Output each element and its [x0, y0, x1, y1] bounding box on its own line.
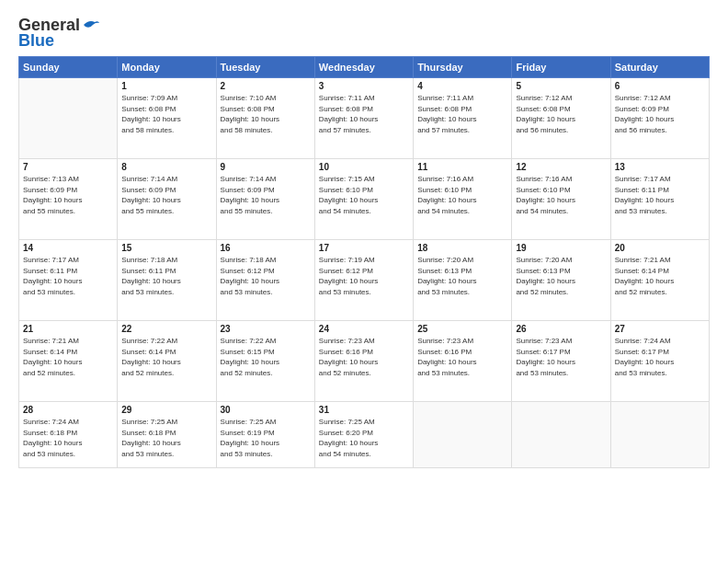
- calendar-cell: 3Sunrise: 7:11 AMSunset: 6:08 PMDaylight…: [314, 78, 413, 159]
- day-info: Sunrise: 7:21 AMSunset: 6:14 PMDaylight:…: [615, 255, 705, 297]
- calendar-cell: 5Sunrise: 7:12 AMSunset: 6:08 PMDaylight…: [512, 78, 610, 159]
- day-number: 28: [23, 405, 113, 415]
- day-info: Sunrise: 7:25 AMSunset: 6:18 PMDaylight:…: [121, 417, 211, 459]
- day-info: Sunrise: 7:14 AMSunset: 6:09 PMDaylight:…: [221, 174, 311, 216]
- day-info: Sunrise: 7:10 AMSunset: 6:08 PMDaylight:…: [221, 93, 311, 135]
- calendar-header-thursday: Thursday: [414, 57, 512, 78]
- day-info: Sunrise: 7:11 AMSunset: 6:08 PMDaylight:…: [417, 93, 507, 135]
- calendar-cell: 2Sunrise: 7:10 AMSunset: 6:08 PMDaylight…: [216, 78, 314, 159]
- calendar-cell: 10Sunrise: 7:15 AMSunset: 6:10 PMDayligh…: [314, 159, 413, 240]
- calendar-week-row: 21Sunrise: 7:21 AMSunset: 6:14 PMDayligh…: [19, 321, 710, 402]
- calendar-cell: 7Sunrise: 7:13 AMSunset: 6:09 PMDaylight…: [19, 159, 118, 240]
- day-number: 19: [516, 243, 606, 253]
- day-info: Sunrise: 7:24 AMSunset: 6:17 PMDaylight:…: [615, 336, 705, 378]
- calendar-cell: 6Sunrise: 7:12 AMSunset: 6:09 PMDaylight…: [610, 78, 709, 159]
- calendar-header-monday: Monday: [118, 57, 216, 78]
- calendar-cell: 28Sunrise: 7:24 AMSunset: 6:18 PMDayligh…: [19, 402, 118, 468]
- calendar-cell: 13Sunrise: 7:17 AMSunset: 6:11 PMDayligh…: [610, 159, 709, 240]
- day-number: 14: [23, 243, 113, 253]
- day-number: 10: [319, 162, 409, 172]
- calendar-cell: 21Sunrise: 7:21 AMSunset: 6:14 PMDayligh…: [19, 321, 118, 402]
- day-info: Sunrise: 7:18 AMSunset: 6:12 PMDaylight:…: [221, 255, 311, 297]
- day-info: Sunrise: 7:13 AMSunset: 6:09 PMDaylight:…: [23, 174, 113, 216]
- day-number: 4: [417, 81, 507, 91]
- day-info: Sunrise: 7:24 AMSunset: 6:18 PMDaylight:…: [23, 417, 113, 459]
- calendar-header-wednesday: Wednesday: [314, 57, 413, 78]
- calendar-cell: [610, 402, 709, 468]
- calendar-cell: 27Sunrise: 7:24 AMSunset: 6:17 PMDayligh…: [610, 321, 709, 402]
- calendar-cell: 25Sunrise: 7:23 AMSunset: 6:16 PMDayligh…: [414, 321, 512, 402]
- day-number: 1: [121, 81, 211, 91]
- calendar-header-row: SundayMondayTuesdayWednesdayThursdayFrid…: [19, 57, 710, 78]
- day-info: Sunrise: 7:19 AMSunset: 6:12 PMDaylight:…: [319, 255, 409, 297]
- day-number: 11: [417, 162, 507, 172]
- calendar-cell: 17Sunrise: 7:19 AMSunset: 6:12 PMDayligh…: [314, 240, 413, 321]
- day-info: Sunrise: 7:16 AMSunset: 6:10 PMDaylight:…: [516, 174, 606, 216]
- day-number: 27: [615, 324, 705, 334]
- calendar-cell: 20Sunrise: 7:21 AMSunset: 6:14 PMDayligh…: [610, 240, 709, 321]
- day-number: 17: [319, 243, 409, 253]
- calendar-table: SundayMondayTuesdayWednesdayThursdayFrid…: [18, 56, 710, 468]
- day-info: Sunrise: 7:14 AMSunset: 6:09 PMDaylight:…: [121, 174, 211, 216]
- day-number: 15: [121, 243, 211, 253]
- day-info: Sunrise: 7:21 AMSunset: 6:14 PMDaylight:…: [23, 336, 113, 378]
- logo-bird-icon: [82, 17, 100, 32]
- calendar-week-row: 1Sunrise: 7:09 AMSunset: 6:08 PMDaylight…: [19, 78, 710, 159]
- day-info: Sunrise: 7:23 AMSunset: 6:16 PMDaylight:…: [417, 336, 507, 378]
- day-number: 22: [121, 324, 211, 334]
- calendar-cell: 19Sunrise: 7:20 AMSunset: 6:13 PMDayligh…: [512, 240, 610, 321]
- day-number: 23: [221, 324, 311, 334]
- calendar-cell: 12Sunrise: 7:16 AMSunset: 6:10 PMDayligh…: [512, 159, 610, 240]
- day-number: 25: [417, 324, 507, 334]
- calendar-cell: 24Sunrise: 7:23 AMSunset: 6:16 PMDayligh…: [314, 321, 413, 402]
- header: General Blue: [18, 17, 710, 51]
- calendar-cell: 31Sunrise: 7:25 AMSunset: 6:20 PMDayligh…: [314, 402, 413, 468]
- calendar-cell: 29Sunrise: 7:25 AMSunset: 6:18 PMDayligh…: [118, 402, 216, 468]
- day-info: Sunrise: 7:20 AMSunset: 6:13 PMDaylight:…: [516, 255, 606, 297]
- day-number: 30: [221, 405, 311, 415]
- day-info: Sunrise: 7:17 AMSunset: 6:11 PMDaylight:…: [23, 255, 113, 297]
- day-info: Sunrise: 7:09 AMSunset: 6:08 PMDaylight:…: [121, 93, 211, 135]
- calendar-cell: 30Sunrise: 7:25 AMSunset: 6:19 PMDayligh…: [216, 402, 314, 468]
- day-number: 21: [23, 324, 113, 334]
- day-info: Sunrise: 7:23 AMSunset: 6:16 PMDaylight:…: [319, 336, 409, 378]
- calendar-header-saturday: Saturday: [610, 57, 709, 78]
- day-info: Sunrise: 7:22 AMSunset: 6:14 PMDaylight:…: [121, 336, 211, 378]
- logo-blue-text: Blue: [18, 31, 54, 51]
- day-number: 31: [319, 405, 409, 415]
- day-number: 26: [516, 324, 606, 334]
- calendar-cell: 1Sunrise: 7:09 AMSunset: 6:08 PMDaylight…: [118, 78, 216, 159]
- calendar-cell: 4Sunrise: 7:11 AMSunset: 6:08 PMDaylight…: [414, 78, 512, 159]
- day-number: 7: [23, 162, 113, 172]
- day-number: 13: [615, 162, 705, 172]
- day-number: 24: [319, 324, 409, 334]
- calendar-header-tuesday: Tuesday: [216, 57, 314, 78]
- day-number: 2: [221, 81, 311, 91]
- day-number: 20: [615, 243, 705, 253]
- calendar-week-row: 7Sunrise: 7:13 AMSunset: 6:09 PMDaylight…: [19, 159, 710, 240]
- day-info: Sunrise: 7:11 AMSunset: 6:08 PMDaylight:…: [319, 93, 409, 135]
- calendar-cell: 22Sunrise: 7:22 AMSunset: 6:14 PMDayligh…: [118, 321, 216, 402]
- calendar-cell: 11Sunrise: 7:16 AMSunset: 6:10 PMDayligh…: [414, 159, 512, 240]
- day-info: Sunrise: 7:20 AMSunset: 6:13 PMDaylight:…: [417, 255, 507, 297]
- day-number: 5: [516, 81, 606, 91]
- day-info: Sunrise: 7:17 AMSunset: 6:11 PMDaylight:…: [615, 174, 705, 216]
- calendar-cell: [19, 78, 118, 159]
- calendar-cell: 26Sunrise: 7:23 AMSunset: 6:17 PMDayligh…: [512, 321, 610, 402]
- calendar-cell: 16Sunrise: 7:18 AMSunset: 6:12 PMDayligh…: [216, 240, 314, 321]
- calendar-cell: 15Sunrise: 7:18 AMSunset: 6:11 PMDayligh…: [118, 240, 216, 321]
- day-info: Sunrise: 7:15 AMSunset: 6:10 PMDaylight:…: [319, 174, 409, 216]
- day-info: Sunrise: 7:18 AMSunset: 6:11 PMDaylight:…: [121, 255, 211, 297]
- calendar-cell: [414, 402, 512, 468]
- day-number: 18: [417, 243, 507, 253]
- calendar-cell: 14Sunrise: 7:17 AMSunset: 6:11 PMDayligh…: [19, 240, 118, 321]
- day-number: 6: [615, 81, 705, 91]
- calendar-cell: [512, 402, 610, 468]
- day-info: Sunrise: 7:25 AMSunset: 6:20 PMDaylight:…: [319, 417, 409, 459]
- day-info: Sunrise: 7:25 AMSunset: 6:19 PMDaylight:…: [221, 417, 311, 459]
- calendar-cell: 23Sunrise: 7:22 AMSunset: 6:15 PMDayligh…: [216, 321, 314, 402]
- day-number: 29: [121, 405, 211, 415]
- day-info: Sunrise: 7:22 AMSunset: 6:15 PMDaylight:…: [221, 336, 311, 378]
- calendar-page: General Blue SundayMondayTuesdayWednesda…: [0, 0, 728, 563]
- calendar-cell: 9Sunrise: 7:14 AMSunset: 6:09 PMDaylight…: [216, 159, 314, 240]
